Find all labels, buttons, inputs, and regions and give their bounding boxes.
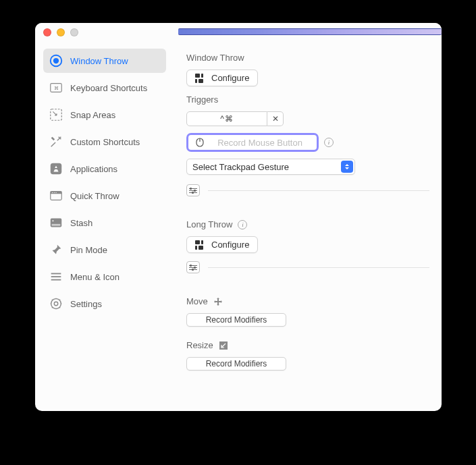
move-icon [213, 297, 223, 306]
sidebar-item-window-throw[interactable]: Window Throw [43, 49, 166, 73]
titlebar [35, 23, 442, 42]
clear-shortcut-button[interactable]: ✕ [267, 111, 284, 126]
record-mouse-button-field[interactable]: Record Mouse Button [186, 133, 319, 152]
gear-icon [49, 296, 63, 311]
close-window-button[interactable] [43, 28, 51, 36]
record-mouse-placeholder: Record Mouse Button [210, 138, 310, 148]
divider [208, 190, 429, 191]
window-throw-heading: Window Throw [186, 53, 429, 63]
sidebar-item-label: Settings [70, 299, 102, 309]
window-throw-configure-button[interactable]: Configure [186, 70, 258, 86]
long-throw-configure-button[interactable]: Configure [186, 236, 258, 253]
quick-throw-icon [49, 188, 63, 203]
filter-options-button[interactable] [186, 184, 200, 196]
sidebar-item-snap-areas[interactable]: Snap Areas [43, 103, 166, 127]
sidebar-item-label: Menu & Icon [70, 272, 120, 282]
triggers-heading: Triggers [186, 94, 429, 105]
sidebar-item-settings[interactable]: Settings [43, 292, 166, 316]
layout-icon [195, 74, 206, 83]
select-arrows-icon [341, 161, 353, 173]
sidebar-item-applications[interactable]: Applications [43, 157, 166, 181]
sidebar-item-keyboard-shortcuts[interactable]: ⌘ Keyboard Shortcuts [43, 76, 166, 100]
svg-rect-15 [51, 276, 61, 277]
sidebar-item-label: Applications [70, 164, 117, 174]
sidebar-item-label: Quick Throw [70, 191, 120, 201]
svg-point-10 [55, 192, 56, 193]
title-accent [178, 28, 442, 35]
resize-record-modifiers-button[interactable]: Record Modifiers [186, 357, 286, 371]
snap-areas-icon [49, 107, 63, 122]
keyboard-icon: ⌘ [49, 80, 63, 95]
sidebar: Window Throw ⌘ Keyboard Shortcuts Snap A… [35, 42, 174, 411]
layout-icon [195, 240, 206, 250]
resize-heading: Resize [186, 340, 429, 350]
trackpad-gesture-select[interactable]: Select Trackpad Gesture [186, 159, 355, 175]
info-icon[interactable]: i [238, 220, 247, 229]
sidebar-item-label: Custom Shortcuts [70, 137, 140, 147]
sidebar-item-menu-icon[interactable]: Menu & Icon [43, 265, 166, 289]
resize-icon [219, 341, 228, 350]
svg-point-18 [54, 302, 58, 306]
sidebar-item-stash[interactable]: Stash [43, 211, 166, 235]
move-record-modifiers-button[interactable]: Record Modifiers [186, 313, 286, 327]
applications-icon [49, 161, 63, 176]
pin-icon [49, 242, 63, 257]
svg-rect-14 [51, 273, 61, 275]
svg-point-8 [52, 192, 53, 193]
svg-text:⌘: ⌘ [54, 85, 59, 91]
svg-point-9 [54, 192, 55, 193]
divider [208, 267, 429, 268]
tools-icon [49, 134, 63, 149]
svg-point-1 [53, 58, 59, 63]
sidebar-item-custom-shortcuts[interactable]: Custom Shortcuts [43, 130, 166, 154]
mouse-icon [195, 138, 205, 147]
sidebar-item-label: Window Throw [70, 56, 128, 66]
sidebar-item-label: Keyboard Shortcuts [70, 83, 147, 93]
sidebar-item-pin-mode[interactable]: Pin Mode [43, 238, 166, 262]
stash-icon [49, 215, 63, 230]
sidebar-item-label: Snap Areas [70, 110, 115, 120]
preferences-window: Window Throw ⌘ Keyboard Shortcuts Snap A… [35, 23, 442, 411]
filter-options-button[interactable] [186, 261, 200, 273]
sidebar-item-label: Stash [70, 218, 92, 228]
svg-point-17 [51, 299, 61, 309]
svg-point-13 [53, 220, 54, 221]
zoom-window-button-disabled [70, 28, 78, 36]
window-throw-icon [49, 53, 63, 68]
svg-rect-5 [51, 163, 62, 175]
long-throw-heading: Long Throw i [186, 219, 429, 229]
sidebar-item-quick-throw[interactable]: Quick Throw [43, 184, 166, 208]
info-icon[interactable]: i [324, 138, 334, 147]
shortcut-value: ^⌘ [186, 111, 267, 126]
sidebar-item-label: Pin Mode [70, 245, 107, 255]
svg-rect-12 [52, 224, 61, 226]
move-heading: Move [186, 296, 429, 306]
keyboard-shortcut-recorder[interactable]: ^⌘ ✕ [186, 111, 429, 126]
button-label: Configure [211, 73, 249, 83]
menu-icon [49, 269, 63, 284]
content-pane: Window Throw Configure Triggers ^⌘ ✕ [174, 42, 442, 411]
svg-rect-16 [51, 279, 61, 281]
button-label: Configure [211, 240, 249, 250]
traffic-lights [43, 28, 78, 36]
minimize-window-button[interactable] [57, 28, 65, 36]
select-value: Select Trackpad Gesture [192, 162, 289, 172]
